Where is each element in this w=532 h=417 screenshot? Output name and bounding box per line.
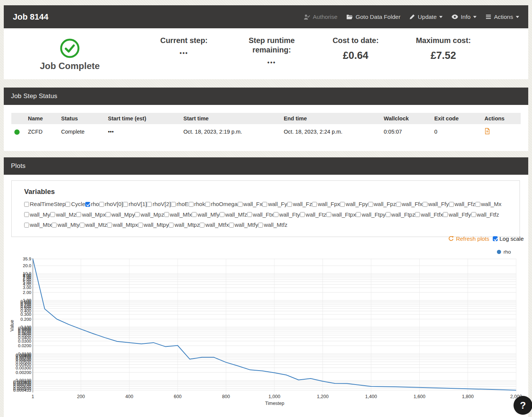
svg-text:35.9: 35.9 xyxy=(23,257,31,261)
variable-checkbox-rho[interactable]: rho xyxy=(85,199,99,209)
variable-checkbox-wall-my[interactable]: wall_My xyxy=(24,210,50,220)
variable-checkbox-rhov-0-[interactable]: rhoV[0] xyxy=(99,199,123,209)
plots-panel: Variables RealTimeStepCyclerhorhoV[0]rho… xyxy=(4,175,528,417)
variable-checkbox-rhov-1-[interactable]: rhoV[1] xyxy=(123,199,147,209)
variable-checkbox-wall-mtfz[interactable]: wall_Mtfz xyxy=(258,220,288,230)
checkbox-icon xyxy=(169,223,174,228)
variable-checkbox-wall-mtpy[interactable]: wall_Mtpy xyxy=(138,220,169,230)
variable-checkbox-wall-mpz[interactable]: wall_Mpz xyxy=(135,210,164,220)
metric-value: ••• xyxy=(232,59,311,66)
variable-checkbox-wall-mtx[interactable]: wall_Mtx xyxy=(24,220,52,230)
cell-start-est: ••• xyxy=(105,124,180,140)
variable-checkbox-wall-fty[interactable]: wall_Fty xyxy=(274,210,300,220)
variable-checkbox-wall-ftpx[interactable]: wall_Ftpx xyxy=(326,210,356,220)
goto-data-folder-button[interactable]: Goto Data Folder xyxy=(346,14,400,20)
variable-checkbox-wall-ftpz[interactable]: wall_Ftpz xyxy=(386,210,415,220)
checkbox-icon xyxy=(238,202,243,207)
variable-checkbox-wall-ftfx[interactable]: wall_Ftfx xyxy=(415,210,443,220)
variable-checkbox-wall-mtz[interactable]: wall_Mtz xyxy=(80,220,107,230)
variable-checkbox-wall-fz[interactable]: wall_Fz xyxy=(287,199,312,209)
variable-label: wall_Mfx xyxy=(169,210,192,220)
log-file-icon[interactable] xyxy=(484,128,490,134)
variable-checkbox-wall-mtpx[interactable]: wall_Mtpx xyxy=(107,220,138,230)
job-step-status-header: Job Step Status xyxy=(4,88,528,105)
variable-checkbox-wall-fx[interactable]: wall_Fx xyxy=(238,199,263,209)
variable-checkbox-wall-mty[interactable]: wall_Mty xyxy=(52,220,79,230)
variable-checkbox-rhoe[interactable]: rhoE xyxy=(171,199,189,209)
cell-end-time: Oct. 18, 2023, 2:24 p.m. xyxy=(281,124,381,140)
variable-checkbox-wall-mpx[interactable]: wall_Mpx xyxy=(76,210,106,220)
checkbox-icon xyxy=(300,212,305,217)
job-complete-icon xyxy=(60,38,80,60)
column-header: Status xyxy=(58,113,105,124)
caret-down-icon xyxy=(439,16,443,18)
variable-checkbox-wall-fpy[interactable]: wall_Fpy xyxy=(340,199,368,209)
checkbox-icon xyxy=(205,202,210,207)
variable-label: RealTimeStep xyxy=(29,199,65,209)
variable-label: wall_Mtpz xyxy=(174,220,200,230)
variable-checkbox-wall-ffx[interactable]: wall_Ffx xyxy=(396,199,423,209)
variable-checkbox-wall-ftz[interactable]: wall_Ftz xyxy=(300,210,326,220)
variable-checkbox-realtimestep[interactable]: RealTimeStep xyxy=(24,199,65,209)
variable-checkbox-wall-mfx[interactable]: wall_Mfx xyxy=(164,210,192,220)
refresh-icon xyxy=(448,236,454,242)
variable-checkbox-wall-mfy[interactable]: wall_Mfy xyxy=(192,210,219,220)
variable-checkbox-wall-ffz[interactable]: wall_Ffz xyxy=(449,199,475,209)
metric-cost-to-date: Cost to date:£0.64 xyxy=(311,34,400,62)
variable-label: wall_Ftpz xyxy=(391,210,415,220)
variable-label: wall_Mtz xyxy=(85,220,107,230)
variable-checkbox-wall-ffy[interactable]: wall_Ffy xyxy=(423,199,449,209)
cell-actions xyxy=(481,124,521,140)
variable-checkbox-wall-mfz[interactable]: wall_Mfz xyxy=(220,210,247,220)
variable-checkbox-wall-fpz[interactable]: wall_Fpz xyxy=(368,199,396,209)
update-button[interactable]: Update xyxy=(409,14,443,20)
variable-checkbox-rhov-2-[interactable]: rhoV[2] xyxy=(147,199,171,209)
authorise-button[interactable]: Authorise xyxy=(304,14,337,20)
cell-status: Complete xyxy=(58,124,105,140)
actions-button[interactable]: Actions xyxy=(486,14,519,20)
checkbox-icon xyxy=(135,212,140,217)
variable-checkbox-wall-ftfz[interactable]: wall_Ftfz xyxy=(471,210,499,220)
metric-value: £7.52 xyxy=(400,50,487,62)
variable-checkbox-wall-mtfy[interactable]: wall_Mtfy xyxy=(229,220,258,230)
variable-label: wall_My xyxy=(29,210,50,220)
variable-label: wall_Mpy xyxy=(111,210,135,220)
variable-checkbox-cycle[interactable]: Cycle xyxy=(65,199,85,209)
column-header: Name xyxy=(25,113,58,124)
checkbox-icon xyxy=(415,212,420,217)
checkbox-icon xyxy=(99,202,104,207)
svg-text:1,800: 1,800 xyxy=(462,394,474,399)
svg-text:0.00300: 0.00300 xyxy=(15,366,31,370)
help-button[interactable]: ? xyxy=(514,396,532,415)
metric-value: ••• xyxy=(136,50,232,57)
variable-label: wall_Ftfz xyxy=(476,210,499,220)
variable-checkbox-rhok[interactable]: rhok xyxy=(189,199,205,209)
checkbox-icon xyxy=(65,202,70,207)
variable-checkbox-wall-fpx[interactable]: wall_Fpx xyxy=(312,199,340,209)
info-button[interactable]: Info xyxy=(452,14,477,20)
variable-checkbox-wall-mz[interactable]: wall_Mz xyxy=(50,210,76,220)
variable-checkbox-wall-ftx[interactable]: wall_Ftx xyxy=(247,210,274,220)
checkbox-icon xyxy=(471,212,476,217)
variable-checkbox-rhoomega[interactable]: rhoOmega xyxy=(205,199,238,209)
caret-down-icon xyxy=(473,16,477,18)
variable-label: wall_Mty xyxy=(57,220,79,230)
variable-checkbox-wall-mtfx[interactable]: wall_Mtfx xyxy=(200,220,229,230)
variable-checkbox-wall-ftfy[interactable]: wall_Ftfy xyxy=(443,210,471,220)
variable-label: rhok xyxy=(194,199,205,209)
log-scale-checkbox[interactable]: Log scale xyxy=(493,235,524,242)
variable-label: rho xyxy=(90,199,99,209)
caret-down-icon xyxy=(516,16,519,18)
toolbar-item-label: Actions xyxy=(494,14,513,20)
variable-checkbox-wall-mx[interactable]: wall_Mx xyxy=(475,199,501,209)
variable-checkbox-wall-mtpz[interactable]: wall_Mtpz xyxy=(169,220,200,230)
refresh-plots-button[interactable]: Refresh plots xyxy=(448,235,489,242)
variable-checkbox-wall-mpy[interactable]: wall_Mpy xyxy=(106,210,135,220)
checkbox-icon xyxy=(423,202,427,207)
variable-checkbox-wall-fy[interactable]: wall_Fy xyxy=(262,199,287,209)
variable-checkbox-wall-ftpy[interactable]: wall_Ftpy xyxy=(356,210,385,220)
table-header-row: NameStatusStart time (est)Start timeEnd … xyxy=(11,113,521,124)
checkbox-icon xyxy=(220,212,224,217)
checkbox-checked-icon xyxy=(85,202,90,207)
variable-label: wall_Mtx xyxy=(29,220,52,230)
